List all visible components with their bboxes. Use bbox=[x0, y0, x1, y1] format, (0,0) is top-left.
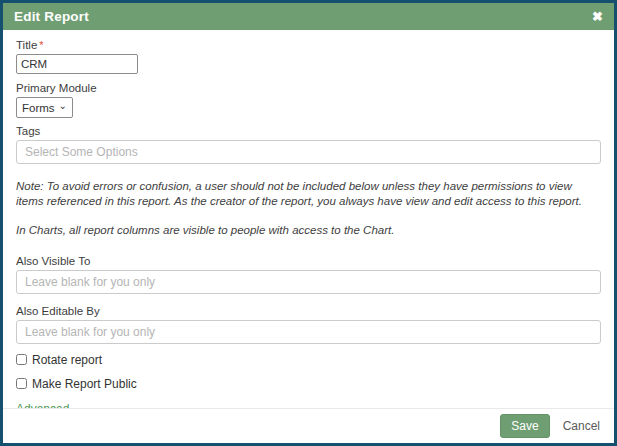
also-editable-by-label: Also Editable By bbox=[16, 305, 601, 317]
chevron-down-icon: ⌄ bbox=[59, 102, 67, 110]
close-icon[interactable]: ✖ bbox=[592, 10, 603, 23]
also-visible-to-input[interactable] bbox=[16, 270, 601, 294]
also-editable-by-field: Also Editable By bbox=[16, 305, 601, 344]
also-visible-to-field: Also Visible To bbox=[16, 255, 601, 294]
make-report-public-checkbox[interactable] bbox=[16, 378, 27, 389]
modal-footer: Save Cancel bbox=[3, 408, 614, 443]
rotate-report-label: Rotate report bbox=[32, 353, 102, 367]
also-editable-by-input[interactable] bbox=[16, 320, 601, 344]
title-label: Title* bbox=[16, 39, 601, 51]
rotate-report-checkbox[interactable] bbox=[16, 354, 27, 365]
edit-report-modal: Edit Report ✖ Title* Primary Module Form… bbox=[0, 0, 617, 446]
required-asterisk: * bbox=[39, 39, 43, 51]
primary-module-label: Primary Module bbox=[16, 82, 601, 94]
title-label-text: Title bbox=[16, 39, 37, 51]
make-report-public-label: Make Report Public bbox=[32, 377, 137, 391]
tags-label: Tags bbox=[16, 125, 601, 137]
modal-body: Title* Primary Module Forms ⌄ Tags Note:… bbox=[3, 30, 614, 408]
tags-field: Tags bbox=[16, 125, 601, 164]
cancel-button[interactable]: Cancel bbox=[563, 419, 600, 433]
permissions-note: Note: To avoid errors or confusion, a us… bbox=[16, 179, 601, 208]
primary-module-selected-value: Forms bbox=[22, 102, 55, 114]
modal-header: Edit Report ✖ bbox=[3, 3, 614, 30]
charts-note: In Charts, all report columns are visibl… bbox=[16, 223, 601, 238]
also-visible-to-label: Also Visible To bbox=[16, 255, 601, 267]
title-input[interactable] bbox=[16, 54, 138, 74]
save-button[interactable]: Save bbox=[500, 414, 549, 438]
primary-module-field: Primary Module Forms ⌄ bbox=[16, 82, 601, 118]
tags-input[interactable] bbox=[16, 140, 601, 164]
modal-title: Edit Report bbox=[14, 9, 89, 24]
rotate-report-checkbox-row: Rotate report bbox=[16, 353, 601, 367]
primary-module-select[interactable]: Forms ⌄ bbox=[16, 97, 73, 118]
title-field: Title* bbox=[16, 39, 601, 74]
make-report-public-checkbox-row: Make Report Public bbox=[16, 377, 601, 391]
